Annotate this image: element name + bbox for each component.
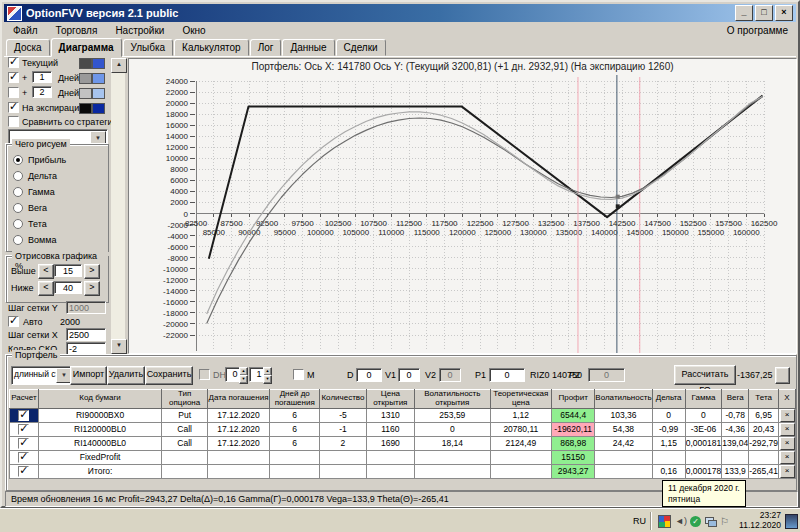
legend-days-input-2[interactable] <box>32 86 52 98</box>
save-button[interactable]: Сохранить <box>145 366 193 385</box>
legend-days-input-1[interactable] <box>32 71 52 83</box>
below-decrease-button[interactable]: < <box>38 281 54 296</box>
menu-about[interactable]: О программе <box>727 25 796 36</box>
taskbar-clock[interactable]: 23:27 11.12.2020 <box>739 511 781 531</box>
v2-input[interactable] <box>439 368 461 382</box>
row-checkbox-1[interactable] <box>18 424 29 435</box>
delete-row-button-3[interactable]: × <box>780 451 795 464</box>
legend-days-label: Дней <box>58 73 79 83</box>
y-tick-label: -14000 <box>163 287 188 296</box>
step-x-input[interactable] <box>66 328 106 341</box>
cell-qty <box>320 464 367 478</box>
tab-4[interactable]: Лог <box>250 39 282 56</box>
col-header-1: Код бумаги <box>38 390 162 409</box>
delete-row-button-1[interactable]: × <box>780 423 795 436</box>
update-check-icon[interactable]: ✓ <box>690 516 701 527</box>
x-tick-label: 157500 <box>715 219 742 228</box>
display-tray-icon[interactable] <box>785 514 798 529</box>
legend-checkbox-0[interactable] <box>8 57 19 68</box>
chevron-down-icon[interactable]: ▼ <box>90 131 106 144</box>
spin2-down-icon[interactable]: ▼ <box>263 375 272 384</box>
cube-tray-icon[interactable] <box>658 515 671 528</box>
menu-item-0[interactable]: Файл <box>4 24 47 37</box>
menu-item-2[interactable]: Настройки <box>106 24 173 37</box>
language-indicator[interactable]: RU <box>633 516 646 526</box>
row-checkbox-2[interactable] <box>18 438 29 449</box>
row-checkbox-4[interactable] <box>18 466 29 477</box>
above-input[interactable] <box>54 264 82 277</box>
tab-5[interactable]: Данные <box>282 39 334 56</box>
radio-3[interactable] <box>13 203 23 213</box>
delete-button[interactable]: Удалить <box>107 366 145 385</box>
radio-row-1[interactable]: Дельта <box>13 171 103 183</box>
portfolio-group-label: Портфель <box>12 350 60 360</box>
tab-2[interactable]: Улыбка <box>123 39 174 56</box>
above-increase-button[interactable]: > <box>84 264 100 279</box>
small-toggle-button[interactable] <box>775 367 790 384</box>
x-tick-label: 120000 <box>449 228 476 237</box>
delete-row-button-2[interactable]: × <box>780 437 795 450</box>
below-input[interactable] <box>54 281 82 294</box>
radio-row-3[interactable]: Вега <box>13 203 103 215</box>
tab-3[interactable]: Калькулятор <box>174 39 249 56</box>
radio-2[interactable] <box>13 187 23 197</box>
menu-item-3[interactable]: Окно <box>173 24 214 37</box>
above-decrease-button[interactable]: < <box>38 264 54 279</box>
x-tick-label: 150000 <box>662 228 689 237</box>
tab-0[interactable]: Доска <box>6 39 50 56</box>
scroll-up-icon[interactable]: ▲ <box>111 58 127 73</box>
v1-input[interactable] <box>398 368 420 382</box>
delete-row-button-4[interactable]: × <box>780 465 795 478</box>
radio-5[interactable] <box>13 235 23 245</box>
vertical-scrollbar[interactable]: ▲ ▼ <box>111 58 125 354</box>
positions-table-holder: РасчетКод бумагиТип опционаДата погашени… <box>9 389 796 479</box>
legend-checkbox-1[interactable] <box>8 72 19 83</box>
auto-checkbox[interactable] <box>8 316 19 327</box>
row-checkbox-3[interactable] <box>18 452 29 463</box>
network-icon[interactable] <box>705 516 716 527</box>
y-tick-label: -20000 <box>163 320 188 329</box>
speaker-icon[interactable]: ◄) <box>675 516 686 527</box>
spin1-down-icon[interactable]: ▼ <box>239 375 248 384</box>
below-increase-button[interactable]: > <box>84 281 100 296</box>
cell-type <box>162 464 207 478</box>
cell-theo <box>490 464 551 478</box>
col-header-3: Дата погашения <box>207 390 270 409</box>
legend-checkbox-3[interactable] <box>8 102 19 113</box>
dh-checkbox[interactable] <box>199 369 210 380</box>
radio-0[interactable] <box>13 155 23 165</box>
sko-input[interactable] <box>66 342 106 355</box>
radio-row-2[interactable]: Гамма <box>13 187 103 199</box>
step-y-input[interactable] <box>66 301 106 314</box>
radio-row-0[interactable]: Прибыль <box>13 155 103 167</box>
scroll-down-icon[interactable]: ▼ <box>111 339 127 354</box>
maximize-button[interactable]: □ <box>755 5 773 21</box>
x-tick-label: 95000 <box>274 228 297 237</box>
color-swatch <box>92 88 105 99</box>
menu-item-1[interactable]: Торговля <box>47 24 107 37</box>
radio-row-4[interactable]: Тета <box>13 219 103 231</box>
cell-theta: -292,79 <box>749 436 779 450</box>
portfolio-group: Портфель длинный стре ▼ Импорт Удалить С… <box>6 355 797 491</box>
flag-icon[interactable]: ⚐ <box>720 516 731 527</box>
radio-row-5[interactable]: Вомма <box>13 235 103 247</box>
calc-go-button[interactable]: Рассчитать ГО <box>674 365 736 385</box>
p1-input[interactable] <box>489 368 525 382</box>
m-checkbox[interactable] <box>293 369 304 380</box>
compare-strategy-checkbox[interactable] <box>8 116 19 127</box>
import-button[interactable]: Импорт <box>70 366 107 385</box>
p2-input[interactable] <box>588 368 625 382</box>
d-input[interactable] <box>356 368 382 382</box>
minimize-button[interactable]: _ <box>735 5 753 21</box>
tab-6[interactable]: Сделки <box>336 39 386 56</box>
row-checkbox-0[interactable] <box>18 410 29 421</box>
radio-4[interactable] <box>13 219 23 229</box>
preset-select[interactable]: длинный стре ▼ <box>11 366 74 385</box>
radio-1[interactable] <box>13 171 23 181</box>
legend-checkbox-2[interactable] <box>8 87 19 98</box>
close-button[interactable]: × <box>775 5 793 21</box>
delete-row-button-0[interactable]: × <box>780 409 795 422</box>
tab-1[interactable]: Диаграмма <box>51 38 122 57</box>
legend-row-3: На экспирацию <box>6 102 110 115</box>
cell-date: 17.12.2020 <box>207 436 270 450</box>
